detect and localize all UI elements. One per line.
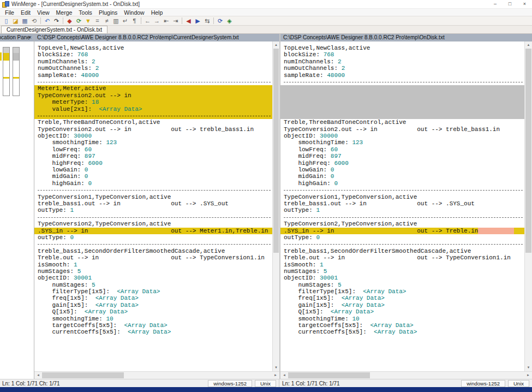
code-line: TypeConversion2.out --> in out --> trebl… [280, 126, 524, 133]
separator-line [280, 187, 524, 193]
code-line: freq[1x5]: <Array Data> [34, 295, 272, 301]
highlight-button[interactable]: ▼ [83, 16, 93, 25]
reload-button[interactable]: ⟲ [29, 16, 39, 25]
left-hscroll-thumb[interactable] [42, 372, 124, 378]
right-eol-badge[interactable]: Unix [508, 380, 529, 387]
location-map[interactable] [0, 41, 34, 379]
location-bar-left[interactable] [3, 47, 10, 96]
equal-filter-button[interactable]: = [93, 16, 102, 25]
scroll-down-icon[interactable]: ▼ [525, 364, 532, 371]
columns-button[interactable]: ▥ [111, 16, 121, 25]
refresh-button[interactable]: ⟳ [216, 16, 225, 25]
menu-window[interactable]: Window [121, 9, 147, 16]
new-file-button[interactable]: ▯ [2, 16, 11, 25]
toolbar-separator [40, 17, 41, 24]
left-file-path-header[interactable]: C:\DSP Concepts\AWE Designer 8.B.0.0.RC2… [34, 34, 279, 41]
separator-line [34, 187, 272, 193]
scroll-left-icon[interactable]: ◄ [280, 372, 288, 379]
right-vscroll-thumb[interactable] [525, 49, 531, 253]
code-line: treble_bass1,SecondOrderFilterSmoothedCa… [280, 248, 524, 254]
menu-plugins[interactable]: Plugins [95, 9, 121, 16]
menu-edit[interactable]: Edit [17, 9, 34, 16]
code-line: objectID: 30000 [34, 133, 272, 139]
code-line: midGain: 0 [34, 173, 272, 180]
window-controls: – □ × [488, 0, 532, 8]
scroll-left-icon[interactable]: ◄ [34, 372, 42, 379]
right-editor[interactable]: TopLevel,NewClass,activeblockSize: 768nu… [280, 41, 524, 371]
whitespace-button[interactable]: ¶ [130, 16, 139, 25]
maximize-button[interactable]: □ [503, 0, 517, 8]
code-line: TypeConversion2.out --> in out --> trebl… [34, 126, 272, 133]
taskbar-strip [0, 387, 532, 392]
code-line: targetCoeffs[5x5]: <Array Data> [280, 322, 524, 329]
right-file-path-header[interactable]: C:\DSP Concepts\AWE Designer 8.B.0.0.RC2… [280, 34, 532, 41]
prev-diff-button[interactable]: ← [143, 16, 152, 25]
menu-merge[interactable]: Merge [53, 9, 76, 16]
undo-button[interactable]: ↶ [43, 16, 52, 25]
code-line: treble_bass1.out --> in out --> .SYS_out [280, 200, 524, 207]
menu-view[interactable]: View [34, 9, 53, 16]
menu-bar: FileEditViewMergeToolsPluginsWindowHelp [0, 9, 532, 16]
copy-left-button[interactable]: ◀ [184, 16, 193, 25]
left-encoding-badge[interactable]: windows-1252 [208, 380, 252, 387]
ghost-line [280, 99, 524, 105]
menu-file[interactable]: File [2, 9, 17, 16]
scroll-up-icon[interactable]: ▲ [525, 41, 532, 49]
save-button[interactable]: ▦ [20, 16, 29, 25]
left-vertical-scrollbar[interactable]: ▲ ▼ [272, 41, 279, 371]
scroll-down-icon[interactable]: ▼ [273, 364, 279, 371]
left-vscroll-thumb[interactable] [273, 49, 279, 253]
menu-tools[interactable]: Tools [75, 9, 95, 16]
menu-help[interactable]: Help [148, 9, 166, 16]
window-title: WinMerge - [CurrentDesignerSystem.txt - … [11, 1, 140, 7]
right-horizontal-scrollbar[interactable]: ◄ ► [280, 371, 532, 379]
left-horizontal-scrollbar[interactable]: ◄ ► [34, 371, 279, 379]
code-line: TopLevel,NewClass,active [280, 45, 524, 51]
copy-right-button[interactable]: ▶ [193, 16, 202, 25]
right-encoding-badge[interactable]: windows-1252 [461, 380, 505, 387]
location-bar-right[interactable] [13, 47, 20, 96]
location-diff-segment [13, 47, 19, 53]
code-line: Meter1,Meter,active [34, 85, 272, 92]
code-line: numOutChannels: 2 [280, 65, 524, 72]
scroll-up-icon[interactable]: ▲ [273, 41, 279, 49]
tab-current-file[interactable]: CurrentDesignerSystem.txt - OnDisk.txt [1, 26, 107, 33]
code-line: Q[1x5]: <Array Data> [34, 308, 272, 315]
left-file-pane: C:\DSP Concepts\AWE Designer 8.B.0.0.RC2… [34, 34, 279, 379]
location-pane-close-button[interactable]: × [27, 34, 33, 41]
code-line: currentCoeffs[5x5]: <Array Data> [280, 329, 524, 335]
code-line: Treble.out --> in out --> TypeConversion… [280, 254, 524, 261]
code-line: freq[1x5]: <Array Data> [280, 295, 524, 301]
code-line: lowGain: 0 [34, 167, 272, 173]
ghost-line [280, 85, 524, 92]
right-status-section: Ln: 1 Col: 1/71 Ch: 1/71 windows-1252 Un… [279, 379, 532, 387]
scroll-right-icon[interactable]: ► [524, 372, 532, 379]
minimize-button[interactable]: – [488, 0, 503, 8]
close-button[interactable]: × [517, 0, 532, 8]
redo-button[interactable]: ↷ [52, 16, 61, 25]
status-bar: Ln: 1 Col: 1/71 Ch: 1/71 windows-1252 Un… [0, 379, 532, 387]
left-editor[interactable]: TopLevel,NewClass,activeblockSize: 768nu… [34, 41, 272, 371]
code-line: isSmooth: 1 [280, 262, 524, 268]
next-diff-button[interactable]: → [152, 16, 162, 25]
code-line: smoothingTime: 123 [280, 139, 524, 146]
right-vertical-scrollbar[interactable]: ▲ ▼ [524, 41, 532, 371]
right-hscroll-thumb[interactable] [288, 372, 370, 378]
options-button[interactable]: ◆ [65, 16, 74, 25]
notequal-filter-button[interactable]: ≠ [102, 16, 111, 25]
plugins-button[interactable]: ◈ [225, 16, 234, 25]
wordwrap-button[interactable]: ↵ [121, 16, 130, 25]
code-line: midGain: 0 [280, 173, 524, 180]
location-diff-segment [3, 53, 9, 61]
rescan-button[interactable]: ⟳ [74, 16, 83, 25]
first-diff-button[interactable]: ⇤ [162, 16, 171, 25]
separator-line [280, 214, 524, 221]
code-line: Treble.out --> in out --> TypeConversion… [34, 254, 272, 261]
left-eol-badge[interactable]: Unix [255, 380, 276, 387]
code-line: outType: 1 [280, 207, 524, 213]
toolbar-separator [141, 17, 141, 24]
auto-merge-button[interactable]: ⇆ [202, 16, 212, 25]
open-button[interactable]: ◪ [11, 16, 20, 25]
scroll-right-icon[interactable]: ► [272, 372, 279, 379]
last-diff-button[interactable]: ⇥ [171, 16, 180, 25]
